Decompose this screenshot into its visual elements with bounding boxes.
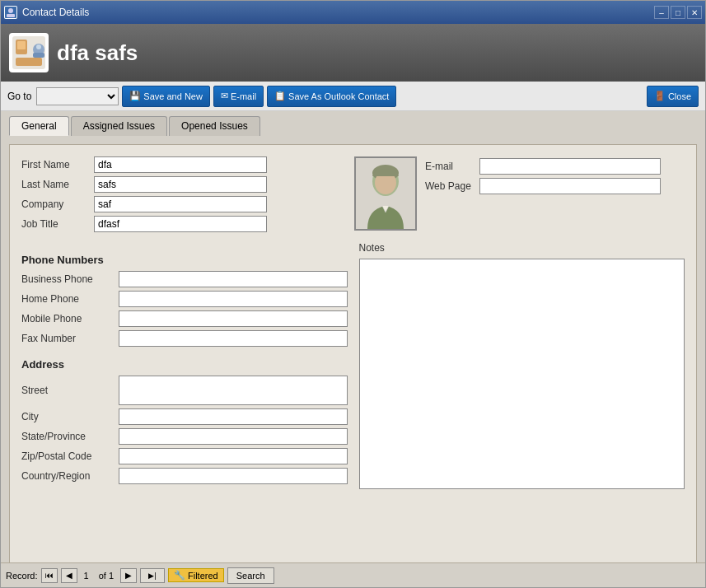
save-outlook-button[interactable]: 📋 Save As Outlook Contact [267, 86, 396, 107]
country-input[interactable] [119, 468, 348, 484]
first-name-row: First Name [21, 156, 343, 173]
svg-point-8 [36, 44, 41, 49]
country-row: Country/Region [21, 468, 348, 484]
avatar [354, 156, 417, 231]
next-end-record-button[interactable]: ▶| [140, 568, 165, 583]
company-input[interactable] [94, 196, 267, 212]
zip-row: Zip/Postal Code [21, 448, 348, 464]
phone-address-col: Phone Numbers Business Phone Home Phone … [21, 242, 348, 489]
filtered-label: Filtered [188, 571, 218, 581]
email-input[interactable] [479, 158, 661, 175]
email-row: E-mail [425, 158, 661, 175]
phone-section: Phone Numbers Business Phone Home Phone … [21, 254, 348, 347]
search-button[interactable]: Search [227, 567, 274, 584]
record-label: Record: [6, 571, 38, 581]
first-name-input[interactable] [94, 156, 267, 173]
email-icon: ✉ [221, 91, 228, 101]
city-label: City [21, 411, 112, 422]
mobile-phone-input[interactable] [119, 310, 348, 327]
save-new-button[interactable]: 💾 Save and New [122, 86, 210, 107]
business-phone-label: Business Phone [21, 273, 112, 285]
form-panel: First Name Last Name Company Job Title [9, 144, 697, 562]
state-label: State/Province [21, 431, 112, 442]
tab-assigned-issues[interactable]: Assigned Issues [71, 116, 167, 136]
prev-record-button[interactable]: ◀ [61, 568, 77, 583]
lower-section: Phone Numbers Business Phone Home Phone … [21, 242, 685, 489]
last-name-row: Last Name [21, 176, 343, 193]
next-record-button[interactable]: ▶ [120, 568, 137, 583]
svg-rect-9 [33, 53, 44, 58]
status-bar: Record: ⏮ ◀ 1 of 1 ▶ ▶| 🔧 Filtered Searc… [1, 562, 705, 587]
address-section-title: Address [21, 358, 348, 371]
first-name-label: First Name [21, 159, 87, 170]
close-icon: 🚪 [654, 91, 666, 101]
close-button[interactable]: 🚪 Close [647, 86, 699, 107]
job-title-input[interactable] [94, 216, 267, 232]
email-web-fields: E-mail Web Page [425, 156, 661, 194]
svg-rect-6 [16, 58, 42, 66]
city-input[interactable] [119, 408, 348, 425]
business-phone-row: Business Phone [21, 271, 348, 287]
first-record-button[interactable]: ⏮ [41, 568, 58, 583]
save-icon: 💾 [129, 91, 141, 101]
home-phone-label: Home Phone [21, 293, 112, 305]
top-section: First Name Last Name Company Job Title [21, 156, 685, 236]
fax-number-label: Fax Number [21, 333, 112, 344]
country-label: Country/Region [21, 470, 112, 482]
record-current: 1 [84, 571, 89, 581]
svg-rect-2 [7, 14, 15, 17]
title-bar-left: Contact Details [4, 6, 89, 19]
fax-number-input[interactable] [119, 330, 348, 347]
last-name-label: Last Name [21, 179, 87, 190]
tabs-bar: General Assigned Issues Opened Issues [1, 111, 705, 136]
goto-label: Go to [7, 91, 31, 102]
state-input[interactable] [119, 428, 348, 445]
company-label: Company [21, 198, 87, 210]
zip-label: Zip/Postal Code [21, 450, 112, 462]
toolbar: Go to 💾 Save and New ✉ E-mail 📋 Save As … [1, 82, 705, 111]
minimize-button[interactable]: – [654, 6, 669, 19]
address-section: Address Street City State/Province [21, 358, 348, 484]
job-title-row: Job Title [21, 216, 343, 232]
fax-number-row: Fax Number [21, 330, 348, 347]
last-name-input[interactable] [94, 176, 267, 193]
record-of: of 1 [99, 571, 114, 581]
email-button[interactable]: ✉ E-mail [213, 86, 264, 107]
svg-rect-5 [17, 41, 26, 49]
filter-icon: 🔧 [174, 570, 185, 581]
phone-section-title: Phone Numbers [21, 254, 348, 266]
state-row: State/Province [21, 428, 348, 445]
web-page-label: Web Page [425, 180, 475, 192]
street-input[interactable] [119, 376, 348, 405]
business-phone-input[interactable] [119, 271, 348, 287]
contact-icon [9, 33, 49, 72]
tab-general[interactable]: General [9, 116, 69, 136]
goto-select[interactable] [36, 87, 119, 105]
street-row: Street [21, 376, 348, 405]
city-row: City [21, 408, 348, 425]
filtered-badge: 🔧 Filtered [168, 568, 224, 582]
company-row: Company [21, 196, 343, 212]
email-label: E-mail [425, 161, 475, 172]
title-bar-controls: – □ ✕ [654, 6, 702, 19]
outlook-icon: 📋 [274, 91, 286, 101]
header-title: dfa safs [57, 40, 138, 66]
mobile-phone-row: Mobile Phone [21, 310, 348, 327]
svg-point-1 [8, 8, 13, 13]
notes-textarea[interactable] [359, 259, 685, 489]
job-title-label: Job Title [21, 218, 87, 230]
maximize-button[interactable]: □ [671, 6, 685, 19]
basic-fields: First Name Last Name Company Job Title [21, 156, 343, 236]
street-label: Street [21, 385, 112, 396]
header-bar: dfa safs [1, 24, 705, 82]
notes-label: Notes [359, 242, 685, 254]
window-close-button[interactable]: ✕ [687, 6, 702, 19]
main-window: Contact Details – □ ✕ dfa safs Go to [0, 0, 706, 588]
avatar-email-area: E-mail Web Page [354, 156, 661, 236]
zip-input[interactable] [119, 448, 348, 464]
notes-panel: Notes [359, 242, 685, 489]
tab-opened-issues[interactable]: Opened Issues [169, 116, 260, 136]
mobile-phone-label: Mobile Phone [21, 313, 112, 324]
home-phone-input[interactable] [119, 291, 348, 307]
web-page-input[interactable] [479, 178, 661, 194]
